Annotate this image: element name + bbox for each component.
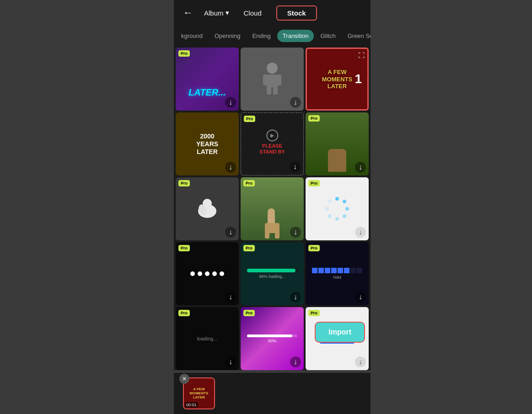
svg-point-16 [345, 207, 349, 211]
loading-bar-container-11: 96% loading... [247, 269, 297, 279]
svg-point-18 [335, 217, 339, 221]
pro-badge-11: Pro [243, 245, 255, 251]
item-4-text: 2000 YEARSLATER [192, 133, 223, 155]
tab-opening[interactable]: Openning [209, 30, 246, 42]
svg-rect-12 [265, 231, 269, 239]
grid-item-2[interactable]: ↓ [241, 48, 304, 111]
grid-item-10[interactable]: Pro ↓ [176, 242, 239, 305]
pro-badge-10: Pro [178, 245, 190, 251]
download-icon-11[interactable]: ↓ [290, 292, 301, 303]
grid-item-3[interactable]: ⛶ 1 A FEWMOMENTS LATER [306, 48, 369, 111]
tab-greenscreen[interactable]: Green Screen [342, 30, 371, 42]
expand-icon-3: ⛶ [358, 52, 365, 59]
grid-item-11[interactable]: Pro 96% loading... ↓ [241, 242, 304, 305]
download-icon-15[interactable]: ↓ [355, 356, 366, 367]
svg-point-21 [328, 200, 332, 203]
item-5-text: PLEASESTAND BY [259, 143, 285, 155]
grid-item-7[interactable]: Pro ↓ [176, 177, 239, 240]
loading-bar2-container-14: 90% [247, 334, 297, 343]
pro-badge-5: Pro [244, 116, 255, 122]
download-icon-4[interactable]: ↓ [225, 162, 236, 173]
svg-point-0 [267, 63, 278, 74]
header: ← Album ▾ Cloud Stock [174, 0, 371, 26]
pro-badge-7: Pro [178, 180, 190, 186]
grid-item-8[interactable]: Pro ↓ [241, 177, 304, 240]
preview-wrapper: ✕ A FEWMOMENTS LATER 00:01 [183, 377, 215, 409]
loading-bar-track-11 [247, 269, 297, 272]
stock-button[interactable]: Stock [276, 5, 317, 21]
loading-bar-fill-11 [247, 269, 296, 272]
svg-rect-13 [275, 231, 279, 239]
pixel-bar-12 [312, 268, 362, 273]
bird-svg [193, 195, 221, 223]
svg-rect-5 [273, 86, 278, 95]
pixel-seg-8 [357, 268, 362, 273]
person-svg [258, 61, 286, 97]
dot-5 [220, 271, 224, 276]
dot-4 [212, 271, 217, 276]
cloud-button[interactable]: Cloud [236, 6, 269, 20]
grid-item-14[interactable]: Pro 90% ↓ [241, 307, 304, 370]
grid-item-13[interactable]: Pro loading... ↓ [176, 307, 239, 370]
download-icon-6[interactable]: ↓ [355, 162, 366, 173]
marmot-shape [328, 149, 346, 172]
svg-point-14 [335, 197, 339, 201]
dots-row-10 [190, 271, 224, 276]
grid-item-4[interactable]: 2000 YEARSLATER ↓ [176, 112, 239, 175]
tab-background[interactable]: kground [176, 30, 208, 42]
tab-transition[interactable]: Transition [277, 30, 314, 42]
svg-point-20 [325, 207, 329, 211]
preview-close-button[interactable]: ✕ [179, 374, 189, 384]
dot-1 [190, 271, 195, 276]
album-arrow-icon: ▾ [226, 9, 229, 17]
download-icon-7[interactable]: ↓ [225, 227, 236, 238]
tab-ending[interactable]: Ending [247, 30, 276, 42]
loading-bar2-track-14 [247, 334, 297, 337]
loading-pct2-14: 90% [247, 339, 297, 343]
svg-point-19 [328, 214, 332, 218]
download-icon-1[interactable]: ↓ [225, 97, 236, 108]
pixel-seg-4 [331, 268, 337, 273]
pro-badge-8: Pro [243, 180, 255, 186]
grid-item-6[interactable]: Pro ↓ [306, 112, 369, 175]
svg-rect-2 [263, 74, 268, 85]
tab-glitch[interactable]: Glitch [315, 30, 341, 42]
import-button[interactable]: Import [315, 322, 365, 343]
download-icon-5[interactable]: ↓ [290, 161, 301, 172]
pro-badge-15: Pro [308, 310, 320, 316]
pro-badge-9: Pro [308, 180, 320, 186]
back-button[interactable]: ← [179, 5, 197, 21]
preview-thumb-text: A FEWMOMENTS LATER [190, 387, 209, 399]
pixel-seg-7 [350, 268, 356, 273]
download-icon-14[interactable]: ↓ [290, 356, 301, 367]
grid-item-12[interactable]: Pro %84 ↓ [306, 242, 369, 305]
main-panel: ← Album ▾ Cloud Stock kground Openning E… [174, 0, 371, 370]
number-badge-3: 1 [355, 72, 362, 86]
pro-badge-12: Pro [308, 245, 320, 251]
loading-text-13: loading... [197, 336, 218, 341]
svg-point-15 [343, 200, 346, 203]
download-icon-8[interactable]: ↓ [290, 227, 301, 238]
pro-badge-1: Pro [178, 50, 190, 57]
pro-badge-13: Pro [178, 310, 190, 316]
pixel-seg-2 [318, 268, 324, 273]
grid-item-5[interactable]: Pro ▶ PLEASESTAND BY ↓ [241, 112, 304, 175]
import-button-area: Import [315, 322, 365, 343]
download-icon-2[interactable]: ↓ [290, 97, 301, 108]
download-icon-9[interactable]: ↓ [355, 227, 366, 238]
grid-item-9[interactable]: Pro ↓ [306, 177, 369, 240]
download-icon-13[interactable]: ↓ [225, 356, 236, 367]
svg-rect-1 [267, 74, 278, 87]
svg-rect-4 [267, 86, 271, 95]
grid-item-1[interactable]: Pro LATER... ↓ [176, 48, 239, 111]
download-icon-12[interactable]: ↓ [355, 292, 366, 303]
album-button[interactable]: Album ▾ [204, 9, 229, 17]
llama-svg [258, 208, 286, 240]
download-icon-10[interactable]: ↓ [225, 292, 236, 303]
album-label: Album [204, 9, 224, 17]
pro-badge-14: Pro [243, 310, 255, 316]
preview-timestamp: 00:01 [185, 402, 198, 408]
dot-2 [198, 271, 202, 276]
pixel-bar-container-12: %84 [312, 268, 362, 280]
pixel-seg-3 [325, 268, 330, 273]
